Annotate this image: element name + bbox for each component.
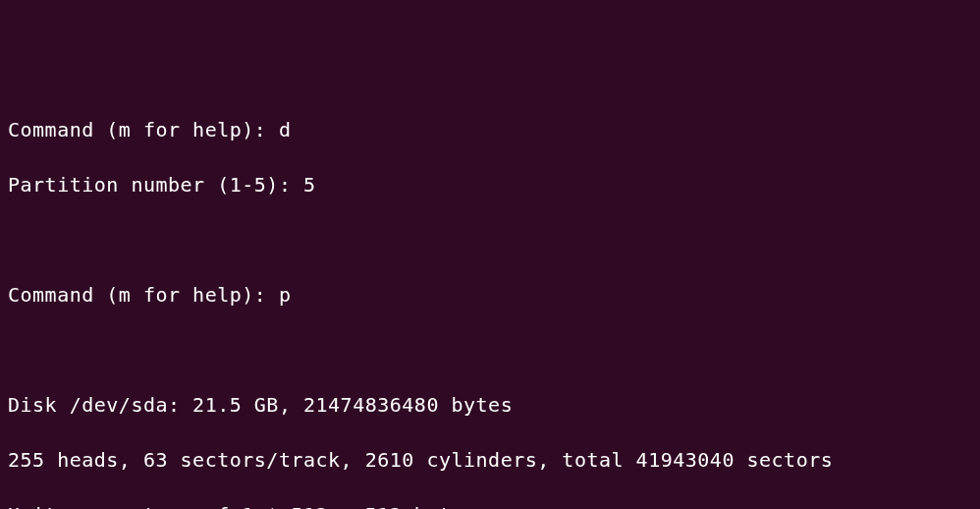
blank-line	[8, 226, 972, 254]
partition-prompt: Partition number (1-5):	[8, 173, 303, 197]
command-input: d	[279, 118, 292, 141]
command-line-delete: Command (m for help): d	[8, 116, 972, 143]
partition-number-line: Partition number (1-5): 5	[8, 171, 972, 198]
disk-info-units: Units = sectors of 1 * 512 = 512 bytes	[8, 501, 972, 509]
disk-info-size: Disk /dev/sda: 21.5 GB, 21474836480 byte…	[8, 391, 972, 419]
partition-input: 5	[303, 173, 316, 197]
command-prompt: Command (m for help):	[8, 283, 279, 307]
command-prompt: Command (m for help):	[8, 118, 279, 141]
blank-line	[8, 336, 972, 364]
command-input: p	[279, 283, 292, 307]
command-line-print: Command (m for help): p	[8, 281, 972, 309]
disk-info-geometry: 255 heads, 63 sectors/track, 2610 cylind…	[8, 446, 972, 474]
